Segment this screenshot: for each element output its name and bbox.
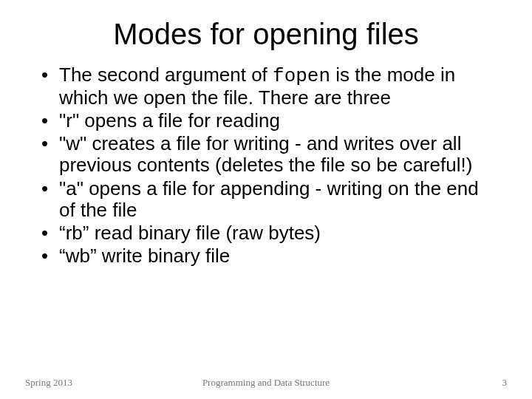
footer: Spring 2013 Programming and Data Structu… [0, 374, 532, 389]
slide: Modes for opening files The second argum… [0, 0, 532, 399]
bullet-list: The second argument of fopen is the mode… [40, 64, 495, 267]
list-item: "w" creates a file for writing - and wri… [40, 133, 495, 176]
list-item: “wb” write binary file [40, 245, 495, 267]
list-item: "a" opens a file for appending - writing… [40, 178, 495, 221]
list-item: "r" opens a file for reading [40, 110, 495, 132]
slide-title: Modes for opening files [30, 18, 502, 51]
footer-center: Programming and Data Structure [0, 377, 532, 389]
list-item: The second argument of fopen is the mode… [40, 64, 495, 109]
footer-page-number: 3 [502, 377, 508, 389]
bullet-text: The second argument of [59, 64, 273, 86]
code-fopen: fopen [273, 65, 330, 87]
list-item: “rb” read binary file (raw bytes) [40, 222, 495, 244]
